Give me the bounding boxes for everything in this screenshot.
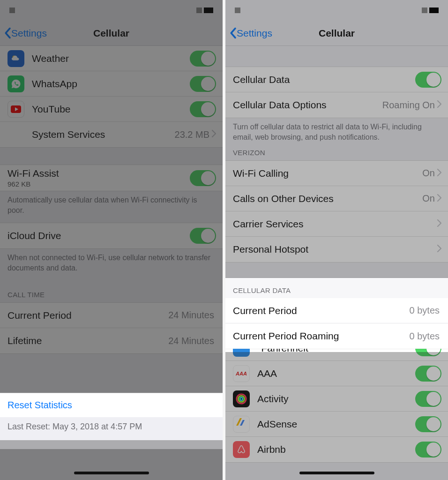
status-bar: [0, 0, 223, 21]
row-label: Current Period: [233, 305, 410, 316]
chevron-right-icon: [437, 245, 441, 254]
toggle-airbnb[interactable]: [415, 442, 441, 458]
row-label: Carrier Services: [233, 218, 437, 230]
toggle-weather[interactable]: [190, 51, 216, 67]
chevron-right-icon: [437, 219, 441, 229]
app-label: YouTube: [32, 104, 190, 115]
current-period-value: 24 Minutes: [168, 310, 214, 321]
back-button[interactable]: Settings: [229, 27, 272, 39]
row-label: Current Period Roaming: [233, 330, 410, 342]
chevron-right-icon: [211, 130, 216, 139]
svg-point-4: [240, 398, 243, 400]
lifetime-row: Lifetime 24 Minutes: [0, 328, 223, 353]
personal-hotspot-row[interactable]: Personal Hotspot: [225, 237, 448, 262]
app-label: AAA: [257, 368, 415, 379]
back-label: Settings: [11, 28, 47, 39]
cellular-data-options-row[interactable]: Cellular Data Options Roaming On: [225, 92, 448, 118]
app-label: Activity: [257, 393, 415, 405]
current-period-data-row: Current Period 0 bytes: [225, 298, 448, 323]
row-value: 0 bytes: [410, 331, 440, 342]
toggle-wifi-assist[interactable]: [190, 170, 216, 186]
toggle-youtube[interactable]: [190, 101, 216, 117]
home-indicator: [74, 472, 149, 474]
toggle-aaa[interactable]: [415, 366, 441, 382]
carrier-header: VERIZON: [225, 146, 448, 160]
app-row-activity: Activity: [225, 386, 448, 412]
cellular-data-header: CELLULAR DATA: [225, 278, 448, 298]
left-screenshot: Settings Cellular Weather WhatsApp: [0, 0, 223, 480]
icloud-drive-row: iCloud Drive: [0, 223, 223, 248]
app-label: Weather: [32, 53, 190, 64]
nav-bar: Settings Cellular: [0, 21, 223, 46]
cellular-footer: Turn off cellular data to restrict all d…: [225, 118, 448, 146]
toggle-icloud-drive[interactable]: [190, 228, 216, 244]
cellular-data-options-value: Roaming On: [382, 100, 435, 111]
current-period-roaming-row: Current Period Roaming 0 bytes: [225, 323, 448, 349]
system-services-row[interactable]: System Services 23.2 MB: [0, 122, 223, 147]
back-button[interactable]: Settings: [4, 27, 47, 39]
chevron-right-icon: [437, 194, 441, 203]
row-label: Personal Hotspot: [233, 244, 437, 255]
app-row-aaa: AAA AAA: [225, 361, 448, 386]
cellular-data-options-label: Cellular Data Options: [233, 99, 382, 111]
reset-statistics-label: Reset Statistics: [7, 400, 72, 410]
app-label: WhatsApp: [32, 78, 190, 90]
icloud-drive-footer: When not connected to Wi-Fi, use cellula…: [0, 249, 223, 280]
carrier-services-row[interactable]: Carrier Services: [225, 211, 448, 237]
nav-bar: Settings Cellular: [225, 21, 448, 46]
home-indicator: [299, 472, 374, 474]
last-reset-label: Last Reset: May 3, 2018 at 4:57 PM: [0, 417, 223, 440]
cellular-data-label: Cellular Data: [233, 74, 415, 85]
youtube-icon: [7, 101, 24, 118]
wifi-assist-label: Wi-Fi Assist: [7, 168, 190, 179]
system-services-value: 23.2 MB: [175, 129, 209, 140]
aaa-icon: AAA: [233, 365, 250, 382]
app-row-adsense: AdSense: [225, 412, 448, 437]
adsense-icon: [233, 416, 250, 433]
right-screenshot: Settings Cellular Cellular Data Cellular…: [225, 0, 448, 480]
whatsapp-icon: [7, 75, 24, 92]
reset-statistics-button[interactable]: Reset Statistics: [0, 393, 223, 417]
app-label: AdSense: [257, 419, 415, 430]
wifi-assist-footer: Automatically use cellular data when Wi-…: [0, 191, 223, 223]
cellular-data-highlight: CELLULAR DATA Current Period 0 bytes Cur…: [225, 278, 448, 349]
airbnb-icon: [233, 441, 250, 458]
toggle-activity[interactable]: [415, 391, 441, 407]
row-value: 0 bytes: [410, 305, 440, 316]
icloud-drive-label: iCloud Drive: [7, 230, 190, 241]
wifi-assist-sub: 962 KB: [7, 180, 190, 188]
app-row-weather: Weather: [0, 46, 223, 71]
weather-icon: [7, 50, 24, 67]
calls-other-devices-row[interactable]: Calls on Other Devices On: [225, 186, 448, 211]
app-row-whatsapp: WhatsApp: [0, 71, 223, 97]
app-row-airbnb: Airbnb: [225, 437, 448, 462]
current-period-row: Current Period 24 Minutes: [0, 303, 223, 328]
toggle-adsense[interactable]: [415, 416, 441, 432]
svg-point-3: [239, 396, 245, 402]
lifetime-label: Lifetime: [7, 335, 168, 346]
app-row-youtube: YouTube: [0, 97, 223, 122]
wifi-assist-row: Wi-Fi Assist 962 KB: [0, 165, 223, 191]
cellular-data-row: Cellular Data: [225, 67, 448, 92]
app-label: Airbnb: [257, 444, 415, 455]
row-value: On: [422, 168, 435, 179]
current-period-label: Current Period: [7, 310, 168, 321]
row-label: Calls on Other Devices: [233, 193, 422, 204]
wifi-calling-row[interactable]: Wi-Fi Calling On: [225, 161, 448, 186]
call-time-header: CALL TIME: [0, 280, 223, 302]
lifetime-value: 24 Minutes: [168, 336, 214, 346]
toggle-whatsapp[interactable]: [190, 76, 216, 92]
chevron-right-icon: [437, 169, 441, 178]
system-services-label: System Services: [32, 129, 175, 140]
row-label: Wi-Fi Calling: [233, 168, 422, 179]
toggle-cellular-data[interactable]: [415, 72, 441, 88]
status-bar: [225, 0, 448, 21]
activity-icon: [233, 390, 250, 407]
row-value: On: [422, 193, 435, 204]
chevron-right-icon: [437, 100, 441, 110]
back-label: Settings: [237, 28, 272, 39]
